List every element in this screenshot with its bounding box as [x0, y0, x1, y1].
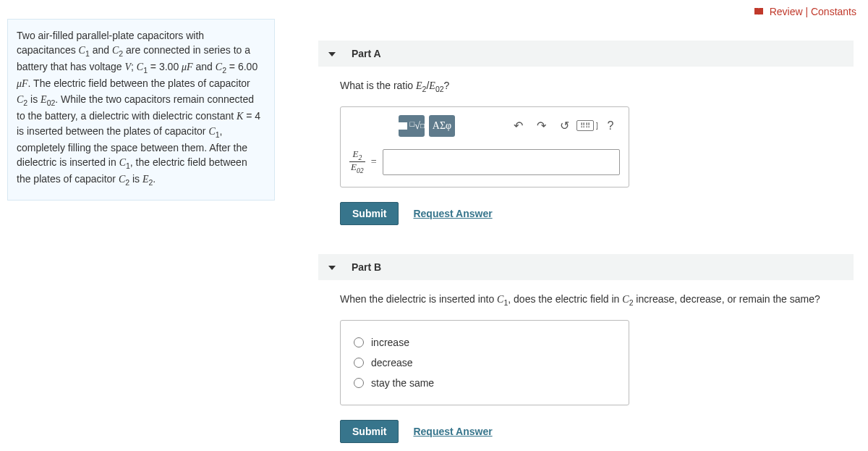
answer-box: □√□ ΑΣφ ↶ ↷ ↺ ⠿⠿ ] ? — [340, 106, 629, 187]
part-b: Part B When the dielectric is inserted i… — [318, 254, 854, 443]
constants-link[interactable]: Constants — [811, 6, 856, 17]
link-separator: | — [805, 6, 811, 17]
reset-icon[interactable]: ↺ — [555, 117, 574, 135]
book-icon — [754, 7, 767, 18]
part-a-header[interactable]: Part A — [318, 41, 854, 67]
submit-button-b[interactable]: Submit — [340, 420, 399, 443]
part-b-prompt: When the dielectric is inserted into C1,… — [340, 293, 854, 307]
part-b-title: Part B — [352, 261, 381, 273]
help-icon[interactable]: ? — [601, 117, 620, 135]
radio-increase[interactable] — [354, 337, 364, 347]
part-a-prompt: What is the ratio E2/E02? — [340, 80, 854, 93]
ratio-label: E2 E02 — [349, 149, 365, 175]
templates-button[interactable]: □√□ — [399, 115, 425, 137]
undo-icon[interactable]: ↶ — [509, 117, 527, 135]
part-a: Part A What is the ratio E2/E02? □√□ ΑΣφ — [318, 41, 854, 225]
redo-icon[interactable]: ↷ — [532, 117, 550, 135]
review-link[interactable]: Review — [770, 6, 803, 17]
radio-decrease[interactable] — [354, 358, 364, 368]
keyboard-icon[interactable]: ⠿⠿ ] — [578, 117, 597, 135]
part-b-header[interactable]: Part B — [318, 254, 854, 280]
square-icon — [399, 122, 407, 130]
caret-down-icon — [328, 266, 336, 270]
submit-button-a[interactable]: Submit — [340, 202, 399, 225]
part-a-title: Part A — [352, 48, 381, 59]
radio-group: increase decrease stay the same — [340, 320, 629, 405]
radio-stay[interactable] — [354, 378, 364, 388]
request-answer-a[interactable]: Request Answer — [413, 208, 492, 219]
equals-sign: = — [371, 156, 377, 168]
top-links: Review | Constants — [754, 6, 856, 18]
option-decrease[interactable]: decrease — [354, 353, 616, 373]
option-increase[interactable]: increase — [354, 332, 616, 353]
request-answer-b[interactable]: Request Answer — [413, 426, 492, 437]
option-stay[interactable]: stay the same — [354, 373, 616, 393]
caret-down-icon — [328, 52, 336, 56]
greek-button[interactable]: ΑΣφ — [429, 115, 455, 137]
problem-statement: Two air-filled parallel-plate capacitors… — [7, 19, 275, 201]
answer-input[interactable] — [383, 149, 620, 175]
equation-toolbar: □√□ ΑΣφ ↶ ↷ ↺ ⠿⠿ ] ? — [341, 107, 629, 145]
